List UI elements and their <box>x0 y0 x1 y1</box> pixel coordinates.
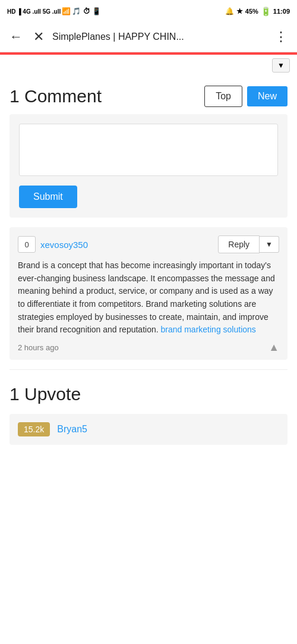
bluetooth-icon: ★ <box>236 7 243 15</box>
time-display: 11:09 <box>273 8 290 15</box>
upvote-arrow-icon[interactable]: ▲ <box>268 341 279 354</box>
extra-icons: 🎵 ⏱ 📱 <box>72 7 101 15</box>
network-indicator: HD <box>7 8 15 15</box>
comment-text-main: Brand is a concept that has become incre… <box>18 260 275 334</box>
nav-bar: ← ✕ SimplePlanes | HAPPY CHIN... ⋮ <box>0 21 297 52</box>
status-bar: HD ▐ 4G .ull 5G .ull 📶 🎵 ⏱ 📱 🔔 ★ 45% 🔋 1… <box>0 0 297 21</box>
comment-body: Brand is a concept that has become incre… <box>18 259 279 337</box>
section-divider <box>10 369 287 370</box>
vote-count: 0 <box>18 236 36 253</box>
menu-button[interactable]: ⋮ <box>272 27 290 47</box>
comment-textarea[interactable] <box>19 124 278 176</box>
notification-icon: 🔔 <box>225 7 234 15</box>
comments-count-title: 1 Comment <box>10 86 102 106</box>
comment-card: 0 xevosoy350 Reply ▼ Brand is a concept … <box>10 227 287 360</box>
comment-username[interactable]: xevosoy350 <box>40 240 88 250</box>
comments-header: 1 Comment Top New <box>10 76 287 114</box>
comments-sort-actions: Top New <box>204 86 287 107</box>
status-left: HD ▐ 4G .ull 5G .ull 📶 🎵 ⏱ 📱 <box>7 7 101 15</box>
comment-timestamp: 2 hours ago <box>18 343 59 352</box>
upvote-count-title: 1 Upvote <box>10 384 287 404</box>
comment-header: 0 xevosoy350 Reply ▼ <box>18 235 279 253</box>
comment-input-card: Submit <box>10 114 287 218</box>
battery-text: 45% <box>245 8 258 15</box>
signal-icons: ▐ 4G .ull 5G .ull <box>17 8 61 15</box>
comment-actions-row: Reply ▼ <box>218 235 279 253</box>
submit-button[interactable]: Submit <box>19 186 77 208</box>
comment-author-row: 0 xevosoy350 <box>18 236 88 253</box>
page-title: SimplePlanes | HAPPY CHIN... <box>52 32 266 42</box>
comment-link[interactable]: brand marketing solutions <box>161 325 256 334</box>
sort-new-button[interactable]: New <box>247 86 287 106</box>
status-right: 🔔 ★ 45% 🔋 11:09 <box>225 7 290 16</box>
reply-dropdown-button[interactable]: ▼ <box>260 236 279 253</box>
sort-top-button[interactable]: Top <box>204 86 242 107</box>
upvote-section: 1 Upvote 15.2k Bryan5 <box>10 379 287 454</box>
close-button[interactable]: ✕ <box>31 27 46 47</box>
dropdown-row: ▼ <box>0 55 297 76</box>
upvoter-badge: 15.2k <box>18 422 50 436</box>
back-button[interactable]: ← <box>7 27 25 47</box>
main-content: 1 Comment Top New Submit 0 xevosoy350 Re… <box>0 76 297 454</box>
upvoter-card: 15.2k Bryan5 <box>10 414 287 445</box>
wifi-icon: 📶 <box>62 7 71 15</box>
battery-icon: 🔋 <box>261 7 271 16</box>
upvoter-username[interactable]: Bryan5 <box>57 424 87 435</box>
dropdown-button[interactable]: ▼ <box>272 58 290 73</box>
comment-footer: 2 hours ago ▲ <box>18 341 279 354</box>
reply-button[interactable]: Reply <box>218 235 260 253</box>
